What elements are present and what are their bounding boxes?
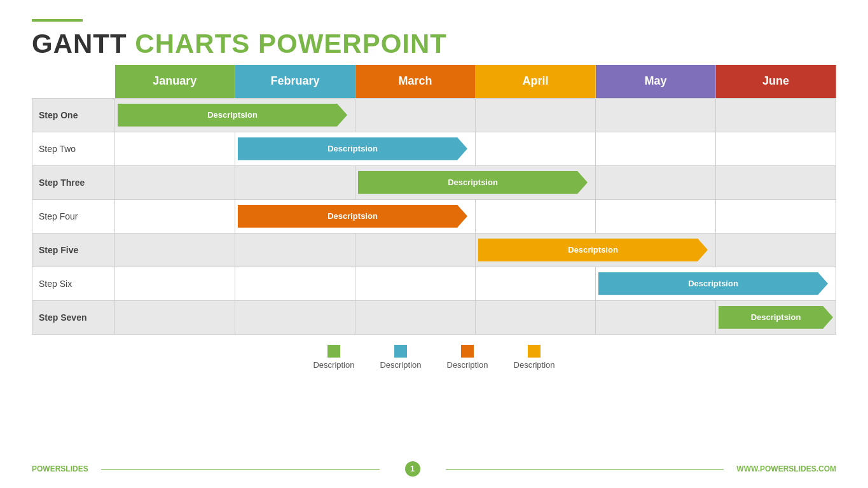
step-six-bar-label: Descriptsion [688,279,738,288]
footer-brand-dark: POWER [32,464,60,473]
step-one-empty3 [596,98,716,132]
footer-brand-green: SLIDES [60,464,88,473]
step-seven-label: Step Seven [32,300,115,334]
step-four-empty1 [115,199,235,233]
legend: Description Description Description Desc… [32,345,836,370]
step-four-empty3 [596,199,716,233]
legend-item-4: Description [514,345,555,370]
title-bar: GANTT CHARTS POWERPOINT [32,19,836,59]
step-two-label: Step Two [32,132,115,165]
step-three-bar-cell: Descriptsion [355,165,596,199]
step-four-empty2 [476,199,596,233]
legend-label-1: Description [313,360,354,370]
footer: POWERSLIDES 1 WWW.POWERSLIDES.COM [32,461,836,477]
legend-item-3: Description [447,345,488,370]
month-may: May [596,65,716,98]
step-three-empty1 [115,165,235,199]
step-two-empty4 [716,132,836,165]
month-june: June [716,65,836,98]
step-five-empty2 [235,233,355,267]
step-seven-empty3 [355,300,476,334]
step-two-bar-cell: Descriptsion [235,132,476,165]
step-six-empty1 [115,267,235,300]
step-one-bar-label: Descriptsion [207,110,258,120]
step-four-bar-label: Descriptsion [327,211,378,221]
slide: GANTT CHARTS POWERPOINT January February [0,0,868,488]
legend-color-1 [327,345,340,358]
step-one-bar: Descriptsion [118,104,347,127]
step-six-empty4 [476,267,596,300]
step-one-empty2 [476,98,596,132]
step-three-label: Step Three [32,165,115,199]
step-five-bar-label: Descriptsion [568,245,618,254]
gantt-table: January February March April May June St… [32,65,836,335]
footer-brand: POWERSLIDES [32,464,88,473]
step-three-empty2 [235,165,355,199]
title-word-gantt: GANTT [32,29,127,59]
step-seven-empty2 [235,300,355,334]
step-five-empty3 [355,233,476,267]
step-six-bar: Descriptsion [598,272,828,295]
step-four-bar-cell: Descriptsion [235,199,476,233]
step-four-bar: Descriptsion [238,205,467,228]
step-seven-empty5 [596,300,716,334]
step-seven-empty4 [476,300,596,334]
label-header [32,65,115,98]
footer-line-right [446,469,724,470]
step-five-empty1 [115,233,235,267]
step-three-bar: Descriptsion [358,171,588,194]
step-six-empty2 [235,267,355,300]
step-three-row: Step Three Descriptsion [32,165,836,199]
month-january: January [115,65,235,98]
step-five-bar-cell: Descriptsion [476,233,716,267]
legend-label-4: Description [514,360,555,370]
step-seven-row: Step Seven Descriptsion [32,300,836,334]
legend-item-2: Description [380,345,421,370]
step-seven-empty1 [115,300,235,334]
step-one-bar-cell: Descriptsion [115,98,355,132]
step-seven-bar: Descriptsion [719,306,833,329]
step-five-row: Step Five Descriptsion [32,233,836,267]
legend-color-3 [461,345,474,358]
month-april: April [476,65,596,98]
step-four-row: Step Four Descriptsion [32,199,836,233]
step-five-bar: Descriptsion [478,239,708,261]
step-six-empty3 [355,267,476,300]
footer-url: WWW.POWERSLIDES.COM [736,464,836,473]
step-one-empty1 [355,98,476,132]
step-seven-bar-label: Descriptsion [751,312,801,322]
step-one-row: Step One Descriptsion [32,98,836,132]
step-six-label: Step Six [32,267,115,300]
step-two-empty1 [115,132,235,165]
step-one-label: Step One [32,98,115,132]
gantt-chart: January February March April May June St… [32,65,836,335]
step-six-row: Step Six Descriptsion [32,267,836,300]
legend-color-4 [528,345,541,358]
title-accent-line [32,19,83,22]
step-seven-bar-cell: Descriptsion [716,300,836,334]
step-two-bar-label: Descriptsion [327,144,378,153]
legend-label-2: Description [380,360,421,370]
legend-color-2 [394,345,407,358]
step-four-label: Step Four [32,199,115,233]
step-three-empty3 [596,165,716,199]
footer-page-number: 1 [405,461,420,477]
title-word-charts: CHARTS POWERPOINT [135,29,447,59]
step-six-bar-cell: Descriptsion [596,267,836,300]
step-four-empty4 [716,199,836,233]
month-header-row: January February March April May June [32,65,836,98]
step-two-empty3 [596,132,716,165]
legend-item-1: Description [313,345,354,370]
step-five-empty4 [716,233,836,267]
step-five-label: Step Five [32,233,115,267]
legend-label-3: Description [447,360,488,370]
footer-line-left [101,469,380,470]
step-one-empty4 [716,98,836,132]
step-three-bar-label: Descriptsion [448,178,498,187]
slide-title: GANTT CHARTS POWERPOINT [32,29,836,59]
step-three-empty4 [716,165,836,199]
step-two-empty2 [476,132,596,165]
step-two-row: Step Two Descriptsion [32,132,836,165]
month-march: March [355,65,476,98]
month-february: February [235,65,355,98]
